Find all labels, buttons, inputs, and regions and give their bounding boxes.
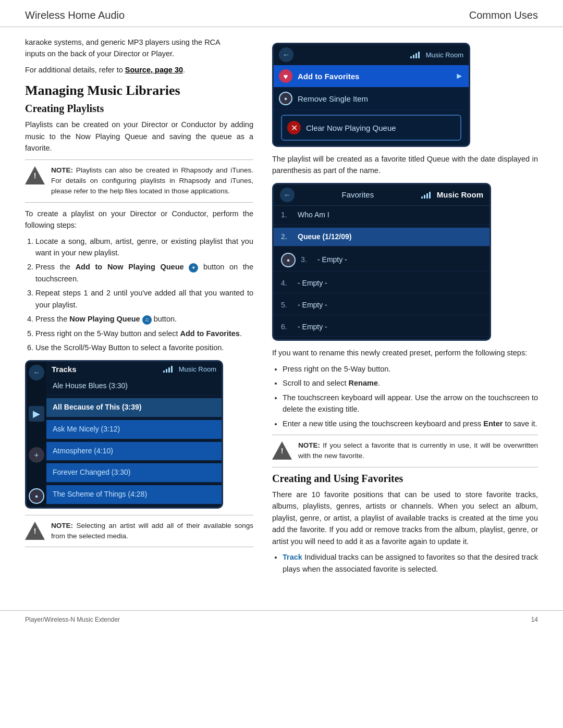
step-5: Press right on the 5-Way button and sele… [35,328,253,339]
rename-steps-list: Press right on the 5-Way button. Scroll … [283,363,538,429]
source-ref: For additional details, refer to Source,… [25,64,253,76]
play-button-icon[interactable]: ▶ [29,406,44,422]
menu-device-screen: ← Music Room ♥ Add to Favorites ► [272,43,470,147]
fav-item-4[interactable]: 4. - Empty - [274,274,489,293]
note2-exclamation: ! [34,527,36,535]
creating-favorites-title: Creating and Using Favorites [272,473,538,485]
step-4: Press the Now Playing Queue ♫ button. [35,313,253,325]
step-2: Press the Add to Now Playing Queue + but… [35,261,253,285]
step-1: Locate a song, album, artist, genre, or … [35,236,253,259]
note-box-1: ! NOTE: Playlists can also be created in… [25,159,253,203]
rename-step-3: The touchscreen keyboard will appear. Us… [283,392,538,415]
track-item-2[interactable]: All Because of This (3:39) [46,398,222,417]
tracks-screen-wrap: ← ▶ + ● Tracks [27,362,222,507]
page-header: Wireless Home Audio Common Uses [0,0,563,27]
fav-item-6[interactable]: 6. - Empty - [274,318,489,337]
note3-exclamation: ! [281,447,284,455]
heart-icon: ♥ [279,69,292,83]
favorites-body: There are 10 favorite positions that can… [272,489,538,547]
track-item-5[interactable]: Forever Changed (3:30) [46,463,222,483]
right-body2: If you want to rename this newly created… [272,347,538,359]
fav-cd-icon-3: ● [281,253,296,267]
footer-right: 14 [531,616,538,623]
body2: To create a playlist on your Director or… [25,208,253,231]
track-item-6[interactable]: The Scheme of Things (4:28) [46,485,222,504]
favorites-list: 1. Who Am I 2. Queue (1/12/09) ● 3. - Em… [274,206,489,337]
rename-step-4: Enter a new title using the touchscreen … [283,418,538,429]
now-playing-icon[interactable]: ● [29,488,44,504]
menu-signal: Music Room [410,51,463,59]
menu-back-button[interactable]: ← [279,47,293,62]
intro-text: karaoke systems, and generic MP3 players… [25,36,253,60]
note-box-3: ! NOTE: If you select a favorite that is… [272,435,538,467]
tracks-device-screen: ← ▶ + ● Tracks [25,360,223,509]
tracks-screen-header: Tracks Music Room [46,362,222,377]
favorites-title: Favorites [341,190,374,199]
note-text-1: NOTE: Playlists can also be created in R… [51,165,253,197]
remove-icon: ● [279,92,292,105]
menu-clear-queue[interactable]: ✕ Clear Now Playing Queue [281,115,461,141]
track-bullet: Track Individual tracks can be assigned … [283,551,538,575]
add-queue-icon[interactable]: + [29,447,44,463]
menu-remove-item[interactable]: ● Remove Single Item [274,88,469,110]
clear-icon: ✕ [287,121,301,134]
note-text-3: NOTE: If you select a favorite that is c… [298,440,538,462]
header-right: Common Uses [469,9,538,21]
page-footer: Player/Wireless-N Music Extender 14 [0,610,563,628]
step-3: Repeat steps 1 and 2 until you've added … [35,287,253,311]
fav-item-2[interactable]: 2. Queue (1/12/09) [274,228,489,247]
tracks-main: Tracks Music Room [46,362,222,507]
header-left: Wireless Home Audio [25,9,125,21]
footer-left: Player/Wireless-N Music Extender [25,616,120,623]
note-text-2: NOTE: Selecting an artist will add all o… [51,521,253,542]
step-6: Use the Scroll/5-Way Button to select a … [35,342,253,353]
left-column: karaoke systems, and generic MP3 players… [0,36,266,600]
fav-item-5[interactable]: 5. - Empty - [274,296,489,315]
rename-step-1: Press right on the 5-Way button. [283,363,538,375]
note-exclamation: ! [34,171,36,180]
favorites-room: Music Room [421,190,483,199]
fav-item-1[interactable]: 1. Who Am I [274,206,489,225]
tracks-list: Ale House Blues (3:30) All Because of Th… [46,377,222,504]
menu-add-favorites[interactable]: ♥ Add to Favorites ► [274,65,469,88]
favorites-bullet-list: Track Individual tracks can be assigned … [283,551,538,575]
signal-indicator: Music Room [163,365,216,373]
right-column: ← Music Room ♥ Add to Favorites ► [266,36,563,600]
fav-back-button[interactable]: ← [280,188,295,202]
body1: Playlists can be created on your Directo… [25,119,253,154]
track-item-3[interactable]: Ask Me Nicely (3:12) [46,420,222,439]
favorites-screen-header: ← Favorites Music Room [274,184,489,206]
tracks-title: Tracks [52,365,77,374]
source-link[interactable]: Source, page 30 [125,66,183,74]
content-wrap: karaoke systems, and generic MP3 players… [0,36,563,600]
tracks-left-buttons: ← ▶ + ● [27,362,46,507]
rename-step-2: Scroll to and select Rename. [283,377,538,389]
note-box-2: ! NOTE: Selecting an artist will add all… [25,515,253,548]
section-title: Managing Music Libraries [25,83,253,98]
creating-playlists-title: Creating Playlists [25,103,253,115]
track-item-4[interactable]: Atmosphere (4:10) [46,442,222,461]
track-item-1[interactable]: Ale House Blues (3:30) [46,377,222,396]
favorites-device-screen: ← Favorites Music Room 1. Who Am I [272,183,491,341]
back-button-icon[interactable]: ← [29,365,44,380]
steps-list: Locate a song, album, artist, genre, or … [35,236,253,354]
menu-screen-header: ← Music Room [274,44,469,65]
menu-arrow-right-1: ► [455,71,463,81]
right-body1: The playlist will be created as a favori… [272,153,538,177]
fav-item-3[interactable]: ● 3. - Empty - [274,249,489,272]
